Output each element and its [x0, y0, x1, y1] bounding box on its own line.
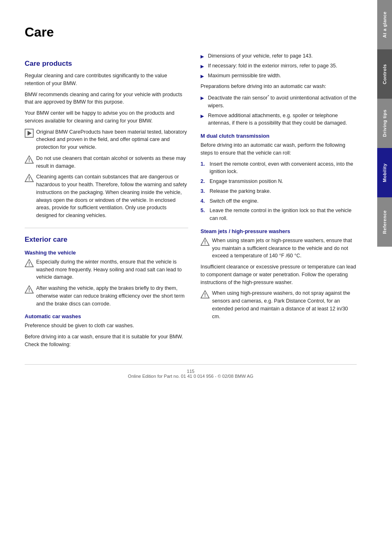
care-products-warning1-text: Do not use cleaners that contain alcohol…	[36, 155, 188, 170]
m-dual-heading: M dual clutch transmission	[201, 133, 357, 139]
warning-triangle-icon-4: !	[25, 285, 34, 294]
svg-text:!: !	[204, 292, 206, 298]
sidebar-tab-controls-label: Controls	[382, 64, 387, 84]
right-column: ▶ Dimensions of your vehicle, refer to p…	[201, 52, 357, 352]
care-products-warning2-text: Cleaning agents can contain substances t…	[36, 173, 188, 220]
page-footer: 115 Online Edition for Part no. 01 41 0 …	[25, 364, 357, 379]
check-list-item-1: ▶ Dimensions of your vehicle, refer to p…	[201, 52, 357, 60]
care-products-warning2: ! Cleaning agents can contain substances…	[25, 173, 188, 220]
tri-bullet-4: ▶	[201, 94, 205, 102]
prep-list-item-2-text: Remove additional attachments, e.g. spoi…	[208, 112, 357, 127]
auto-wash-para2: Before driving into a car wash, ensure t…	[25, 333, 188, 349]
svg-text:!: !	[204, 240, 206, 245]
m-dual-intro: Before driving into an automatic car was…	[201, 141, 357, 157]
m-dual-step-1: 1. Insert the remote control, even with …	[201, 160, 357, 176]
svg-text:!: !	[28, 176, 30, 182]
svg-text:!: !	[28, 287, 30, 293]
m-dual-step-2: 2. Engage transmission position N.	[201, 178, 357, 185]
care-products-para3: Your BMW center will be happy to advise …	[25, 109, 188, 125]
check-list-item-2-text: If necessary: fold in the exterior mirro…	[208, 62, 337, 70]
m-dual-step-2-text: Engage transmission position N.	[210, 178, 283, 185]
step-num-3: 3.	[201, 187, 207, 195]
warning-triangle-icon-6: !	[201, 290, 210, 299]
sidebar-tab-mobility-label: Mobility	[382, 163, 387, 182]
auto-wash-heading: Automatic car washes	[25, 313, 188, 319]
care-products-note1-text: Original BMW CareProducts have been mate…	[36, 128, 188, 151]
care-products-note1: Original BMW CareProducts have been mate…	[25, 128, 188, 151]
m-dual-step-3: 3. Release the parking brake.	[201, 187, 357, 195]
steam-jets-heading: Steam jets / high-pressure washers	[201, 228, 357, 234]
prep-list-item-2: ▶ Remove additional attachments, e.g. sp…	[201, 112, 357, 127]
exterior-care-heading: Exterior care	[25, 236, 188, 244]
page-container: Care Care products Regular cleaning and …	[0, 0, 392, 555]
sidebar-tab-reference-label: Reference	[382, 210, 387, 234]
prep-list-item-1-text: Deactivate the rain sensor* to avoid uni…	[208, 94, 357, 110]
check-list: ▶ Dimensions of your vehicle, refer to p…	[201, 52, 357, 79]
check-list-item-1-text: Dimensions of your vehicle, refer to pag…	[208, 52, 313, 60]
auto-wash-para1: Preference should be given to cloth car …	[25, 322, 188, 330]
sidebar-tab-at-a-glance[interactable]: At a glance	[377, 0, 392, 49]
check-list-item-3: ▶ Maximum permissible tire width.	[201, 72, 357, 80]
svg-marker-1	[28, 131, 32, 136]
prep-list-item-1: ▶ Deactivate the rain sensor* to avoid u…	[201, 94, 357, 110]
footer-page-number: 115	[25, 369, 357, 374]
steam-para1: Insufficient clearance or excessive pres…	[201, 263, 357, 286]
section-divider-1	[25, 228, 188, 228]
check-list-item-3-text: Maximum permissible tire width.	[208, 72, 281, 80]
steam-warning2: ! When using high-pressure washers, do n…	[201, 289, 357, 320]
washing-warning2: ! After washing the vehicle, apply the b…	[25, 284, 188, 308]
steam-warning1: ! When using steam jets or high-pressure…	[201, 237, 357, 260]
steam-warning2-text: When using high-pressure washers, do not…	[212, 289, 357, 320]
m-dual-step-5: 5. Leave the remote control in the ignit…	[201, 207, 357, 222]
care-products-para2: BMW recommends cleaning and caring for y…	[25, 91, 188, 106]
sidebar: At a glance Controls Driving tips Mobili…	[377, 0, 392, 555]
washing-warning1-text: Especially during the winter months, ens…	[36, 258, 188, 281]
tri-bullet-1: ▶	[201, 52, 205, 60]
care-products-warning1: ! Do not use cleaners that contain alcoh…	[25, 155, 188, 170]
warning-triangle-icon-3: !	[25, 259, 34, 268]
left-column: Care products Regular cleaning and care …	[25, 52, 188, 352]
two-column-layout: Care products Regular cleaning and care …	[25, 52, 357, 352]
warning-triangle-icon-2: !	[25, 173, 34, 183]
washing-heading: Washing the vehicle	[25, 250, 188, 256]
tri-bullet-5: ▶	[201, 112, 205, 120]
warning-triangle-icon-5: !	[201, 237, 210, 246]
m-dual-step-4-text: Switch off the engine.	[210, 197, 258, 205]
step-num-1: 1.	[201, 160, 207, 168]
m-dual-step-4: 4. Switch off the engine.	[201, 197, 357, 205]
tri-bullet-3: ▶	[201, 72, 205, 80]
footer-text: Online Edition for Part no. 01 41 0 014 …	[25, 374, 357, 379]
sidebar-tab-reference[interactable]: Reference	[377, 197, 392, 247]
page-title: Care	[25, 25, 357, 40]
sidebar-tab-at-a-glance-label: At a glance	[382, 12, 387, 38]
m-dual-step-1-text: Insert the remote control, even with con…	[210, 160, 357, 176]
sidebar-tab-controls[interactable]: Controls	[377, 49, 392, 99]
care-products-heading: Care products	[25, 60, 188, 68]
warning-triangle-icon-1: !	[25, 155, 34, 164]
step-num-2: 2.	[201, 178, 207, 185]
svg-text:!: !	[28, 157, 30, 163]
svg-text:!: !	[28, 261, 30, 267]
step-num-4: 4.	[201, 197, 207, 205]
check-list-item-2: ▶ If necessary: fold in the exterior mir…	[201, 62, 357, 70]
main-content: Care Care products Regular cleaning and …	[0, 0, 377, 555]
tri-bullet-2: ▶	[201, 62, 205, 70]
m-dual-step-5-text: Leave the remote control in the ignition…	[210, 207, 357, 222]
m-dual-steps: 1. Insert the remote control, even with …	[201, 160, 357, 222]
care-products-para1: Regular cleaning and care contributes si…	[25, 72, 188, 88]
step-num-5: 5.	[201, 207, 207, 215]
washing-warning1: ! Especially during the winter months, e…	[25, 258, 188, 281]
sidebar-tab-driving-tips-label: Driving tips	[382, 110, 387, 137]
m-dual-step-3-text: Release the parking brake.	[210, 187, 271, 195]
prep-heading-text: Preparations before driving into an auto…	[201, 83, 357, 90]
prep-list: ▶ Deactivate the rain sensor* to avoid u…	[201, 94, 357, 127]
sidebar-tab-driving-tips[interactable]: Driving tips	[377, 99, 392, 148]
steam-warning1-text: When using steam jets or high-pressure w…	[212, 237, 357, 260]
note-play-icon	[25, 129, 34, 138]
washing-warning2-text: After washing the vehicle, apply the bra…	[36, 284, 188, 308]
sidebar-tab-mobility[interactable]: Mobility	[377, 148, 392, 197]
